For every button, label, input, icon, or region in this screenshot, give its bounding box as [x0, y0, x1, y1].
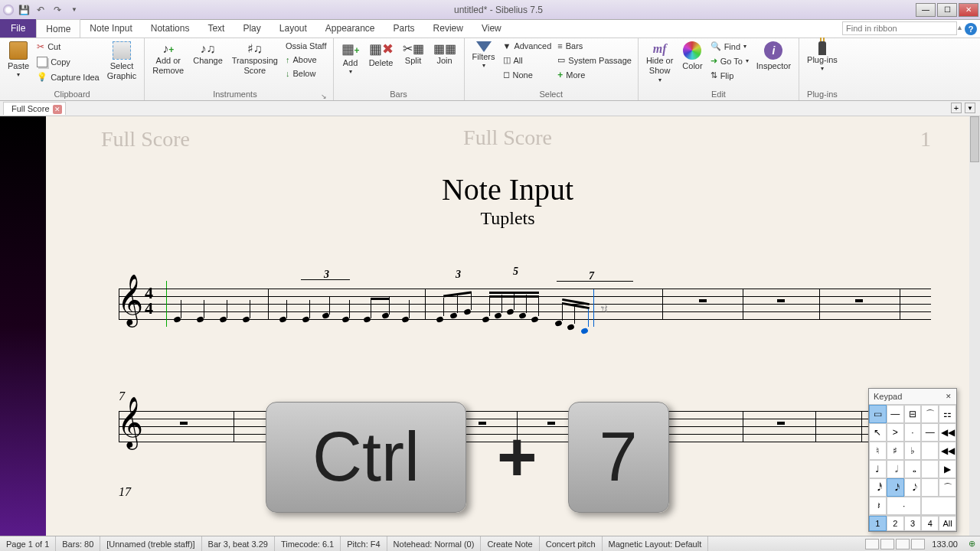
color-button[interactable]: Color: [679, 40, 705, 73]
keypad-tab-2[interactable]: —: [887, 405, 904, 423]
score-page[interactable]: Full Score Full Score 1 Note Input Tuple…: [46, 116, 980, 536]
capture-idea-button[interactable]: 💡Capture Idea: [35, 70, 101, 83]
advanced-filter-button[interactable]: ▼Advanced: [501, 40, 554, 52]
split-bar-button[interactable]: ✂▦Split: [400, 40, 427, 67]
tab-appearance[interactable]: Appearance: [316, 19, 384, 37]
view-single-icon[interactable]: [865, 539, 879, 549]
ribbon-search-input[interactable]: [842, 21, 957, 35]
kp-layout-3[interactable]: 3: [904, 516, 922, 531]
kp-play[interactable]: ▶: [939, 460, 956, 478]
staff-system-1[interactable]: 𝄞 44 3: [119, 289, 931, 319]
flip-button[interactable]: ⇅Flip: [709, 69, 750, 82]
keypad-tab-3[interactable]: ⊟: [904, 405, 922, 423]
filters-button[interactable]: Filters▾: [469, 40, 498, 71]
more-select-button[interactable]: +More: [556, 68, 633, 82]
tab-text[interactable]: Text: [198, 19, 234, 37]
kp-layout-4[interactable]: 4: [921, 516, 939, 531]
qat-undo-icon[interactable]: ↶: [34, 3, 47, 17]
kp-rest[interactable]: 𝄽: [869, 497, 887, 515]
kp-flat[interactable]: ♭: [904, 442, 922, 460]
kp-dot[interactable]: ·: [887, 497, 922, 515]
kp-32nd[interactable]: 𝅘𝅥𝅰: [869, 478, 887, 497]
below-button[interactable]: ↓Below: [284, 67, 328, 80]
add-tab-button[interactable]: +: [951, 103, 962, 113]
view-pano-icon[interactable]: [896, 539, 910, 549]
find-button[interactable]: 🔍Find▾: [709, 40, 750, 53]
inspector-button[interactable]: iInspector: [753, 40, 794, 73]
keypad-titlebar[interactable]: Keypad ✕: [869, 389, 956, 405]
qat-dropdown-icon[interactable]: ▼: [67, 3, 81, 17]
keypad-close-icon[interactable]: ✕: [946, 393, 952, 400]
add-bar-button[interactable]: ▦+Add▾: [338, 40, 363, 77]
qat-redo-icon[interactable]: ↷: [51, 3, 64, 17]
scroll-thumb[interactable]: [970, 116, 979, 162]
kp-empty1[interactable]: [921, 442, 939, 460]
join-bar-button[interactable]: ▦▦Join: [430, 40, 459, 67]
change-button[interactable]: ♪♫Change: [190, 40, 226, 67]
add-remove-button[interactable]: ♪+Add or Remove: [149, 40, 187, 78]
delete-bar-button[interactable]: ▦✖Delete: [366, 40, 397, 70]
zoom-in-icon[interactable]: ⊕: [964, 539, 980, 549]
keypad-tab-1[interactable]: ▭: [869, 405, 887, 423]
kp-cursor[interactable]: ↖: [869, 423, 887, 442]
ossia-staff-button[interactable]: Ossia Staff: [284, 40, 328, 52]
hide-show-button[interactable]: mfHide or Show▾: [643, 40, 676, 85]
tab-parts[interactable]: Parts: [384, 19, 424, 37]
copy-button[interactable]: Copy: [35, 55, 101, 69]
kp-8th[interactable]: 𝅘𝅥𝅮: [904, 478, 922, 497]
doc-tab-full-score[interactable]: Full Score ✕: [3, 102, 66, 115]
kp-natural[interactable]: ♮: [869, 442, 887, 460]
above-button[interactable]: ↑Above: [284, 54, 328, 66]
transposing-score-button[interactable]: ♯♫Transposing Score: [229, 40, 281, 78]
kp-ff[interactable]: ◀◀: [939, 442, 956, 460]
kp-empty2[interactable]: [921, 460, 939, 478]
status-concert[interactable]: Concert pitch: [540, 536, 603, 551]
close-button[interactable]: ✕: [959, 3, 978, 17]
close-tab-icon[interactable]: ✕: [53, 105, 62, 114]
cut-button[interactable]: ✂Cut: [35, 40, 101, 54]
select-graphic-button[interactable]: Select Graphic: [104, 40, 140, 83]
paste-button[interactable]: Paste▾: [5, 40, 32, 80]
tab-note-input[interactable]: Note Input: [80, 19, 141, 37]
kp-layout-1[interactable]: 1: [869, 516, 887, 531]
help-icon[interactable]: ?: [965, 23, 977, 35]
status-magnetic[interactable]: Magnetic Layout: Default: [603, 536, 709, 551]
vertical-scrollbar[interactable]: [969, 116, 980, 536]
tab-review[interactable]: Review: [424, 19, 472, 37]
kp-layout-all[interactable]: All: [939, 516, 956, 531]
status-zoom[interactable]: 133.00: [926, 540, 964, 549]
tab-menu-button[interactable]: ▼: [965, 103, 975, 113]
kp-sharp[interactable]: ♯: [887, 442, 904, 460]
tab-home[interactable]: Home: [36, 19, 80, 37]
kp-quarter[interactable]: ♩: [869, 460, 887, 478]
select-bars-button[interactable]: ≡Bars: [556, 40, 633, 52]
tab-play[interactable]: Play: [234, 19, 270, 37]
instruments-launcher-icon[interactable]: ↘: [321, 93, 327, 100]
keypad-panel[interactable]: Keypad ✕ ▭ — ⊟ ⌒ ⚏ ↖ > · — ◀◀ ♮ ♯ ♭ ◀◀ ♩…: [868, 388, 957, 532]
goto-button[interactable]: ➜Go To▾: [709, 54, 750, 67]
kp-tenuto[interactable]: —: [921, 423, 939, 442]
kp-tie[interactable]: ⌒: [939, 478, 956, 497]
qat-save-icon[interactable]: 💾: [17, 3, 31, 17]
keypad-tab-4[interactable]: ⌒: [921, 405, 939, 423]
kp-accent[interactable]: >: [887, 423, 904, 442]
kp-layout-2[interactable]: 2: [887, 516, 904, 531]
select-all-button[interactable]: ◫All: [501, 54, 554, 67]
select-none-button[interactable]: ◻None: [501, 68, 554, 81]
minimize-button[interactable]: —: [916, 3, 936, 17]
view-spread-icon[interactable]: [880, 539, 894, 549]
kp-half[interactable]: 𝅗𝅥: [887, 460, 904, 478]
maximize-button[interactable]: ☐: [937, 3, 957, 17]
kp-empty3[interactable]: [921, 478, 939, 497]
kp-empty4[interactable]: [921, 497, 956, 515]
keypad-tab-5[interactable]: ⚏: [939, 405, 956, 423]
kp-rewind[interactable]: ◀◀: [939, 423, 956, 442]
tab-notations[interactable]: Notations: [142, 19, 199, 37]
kp-16th[interactable]: 𝅘𝅥𝅯: [887, 478, 904, 497]
tab-view[interactable]: View: [472, 19, 511, 37]
system-passage-button[interactable]: ▭System Passage: [556, 54, 633, 67]
kp-whole[interactable]: 𝅝: [904, 460, 922, 478]
tab-layout[interactable]: Layout: [270, 19, 316, 37]
collapse-ribbon-icon[interactable]: ▲: [956, 24, 963, 31]
tab-file[interactable]: File: [0, 19, 36, 37]
